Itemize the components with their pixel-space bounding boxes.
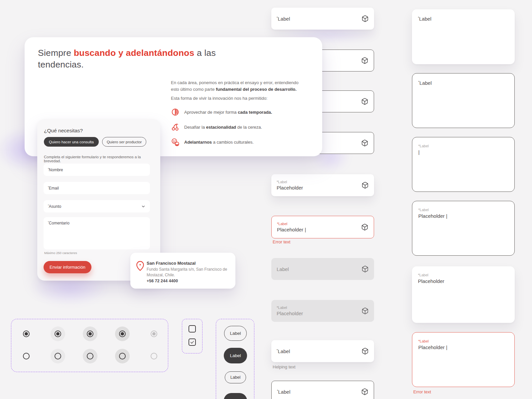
radio-wrap-disabled <box>147 327 161 341</box>
radio-wrap-hover <box>51 349 65 363</box>
chip-filled-clipped[interactable]: Label <box>224 393 247 399</box>
radio-selected-pressed[interactable] <box>119 331 126 337</box>
name-field-label: *Nombre <box>48 167 63 172</box>
subject-select-label: *Asunto <box>48 204 61 209</box>
hero-paragraph: En cada área, ponemos en práctica el ens… <box>171 79 304 93</box>
input-state-default[interactable]: *Label <box>271 8 374 30</box>
radio-wrap-focus <box>83 349 97 363</box>
chip-productor[interactable]: Quiero ser productor <box>102 137 146 147</box>
input-state-error[interactable]: *Label Placeholder | <box>271 216 374 238</box>
textarea-small-label: *Label <box>418 273 509 277</box>
email-field[interactable]: *Email <box>44 182 150 194</box>
textarea-small-label: *Label <box>418 208 508 212</box>
input-state-disabled-filled: *Label Placeholder <box>271 300 374 322</box>
input-label-text: Label <box>278 348 290 354</box>
input-label: *Label <box>277 348 290 354</box>
radio-wrap-hover <box>51 327 65 341</box>
textarea-label-text: Label <box>420 339 429 343</box>
textarea-state-filled[interactable]: *Label Placeholder <box>412 266 515 323</box>
input-small-label: *Label <box>277 180 303 184</box>
radio-selected-hover[interactable] <box>55 331 61 337</box>
radio-unselected-pressed[interactable] <box>119 353 126 359</box>
radio-unselected-default[interactable] <box>23 353 30 359</box>
field-label-text: Email <box>49 186 59 191</box>
location-address-line2: Mostazal, Chile. <box>147 273 175 277</box>
box-icon <box>361 307 369 315</box>
name-field[interactable]: *Nombre <box>44 164 150 176</box>
checkbox-checked[interactable] <box>189 338 196 346</box>
input-state-disabled: Label <box>271 258 374 280</box>
field-label-text: Asunto <box>49 204 61 209</box>
input-state-filled[interactable]: *Label Placeholder <box>271 174 374 196</box>
input-label-text: Label <box>277 266 289 272</box>
radio-wrap <box>19 327 34 341</box>
map-pin-icon <box>136 261 145 271</box>
box-icon <box>361 139 368 147</box>
hero-bullet-seasonality: Desafiar la estacionalidad de la cereza. <box>171 122 262 132</box>
input-value: Placeholder | <box>277 227 306 232</box>
radio-wrap <box>19 349 34 363</box>
design-system-canvas: *Label *Label *Label *Label *Label Place… <box>0 0 532 399</box>
input-state-outlined-bottom[interactable]: *Label <box>271 381 374 399</box>
textarea-state-outlined[interactable]: *Label <box>412 73 515 128</box>
textarea-state-error[interactable]: *Label Placeholder | <box>412 332 515 387</box>
radio-selected-disabled <box>151 331 157 337</box>
email-field-label: *Email <box>48 186 59 191</box>
subject-select[interactable]: *Asunto <box>44 200 150 212</box>
bullet-text: Adelantarnos a cambios culturales. <box>184 140 254 145</box>
form-chip-row: Quiero hacer una consulta Quiero ser pro… <box>44 137 146 147</box>
textarea-small-label-error: *Label <box>418 339 508 343</box>
textarea-error-text: Error text <box>413 389 431 394</box>
chip-outlined-default[interactable]: Label <box>224 326 247 341</box>
chevron-down-icon <box>141 204 146 209</box>
hero-intro-line: Esta forma de vivir la innovación nos ha… <box>171 96 304 101</box>
comment-textarea[interactable]: *Comentario <box>44 217 150 249</box>
input-value: Placeholder <box>277 311 303 316</box>
location-card: San Francisco Mostazal Fundo Santa Marga… <box>130 253 235 289</box>
input-small-label-error: *Label <box>277 222 306 226</box>
chip-consulta-selected[interactable]: Quiero hacer una consulta <box>44 137 99 147</box>
form-helper-text: Completa el siguiente formulario y te re… <box>44 155 154 163</box>
smiley-faces-icon <box>171 138 180 146</box>
cherries-icon <box>171 123 180 131</box>
box-icon <box>361 223 368 231</box>
radio-wrap-disabled <box>147 349 161 363</box>
textarea-state-default[interactable]: *Label <box>412 9 515 64</box>
input-label-text: Label <box>278 389 291 395</box>
input-state-helping[interactable]: *Label <box>271 340 374 362</box>
textarea-value: Placeholder | <box>418 344 508 350</box>
textarea-value: Placeholder | <box>418 213 508 219</box>
form-question: ¿Qué necesitas? <box>44 128 83 134</box>
textarea-label-text: Label <box>420 144 429 148</box>
hero-title-pre: Siempre <box>38 48 74 58</box>
radio-wrap-focus <box>83 327 97 341</box>
radio-selected-default[interactable] <box>23 331 30 337</box>
location-phone: +56 72 244 4400 <box>147 279 230 283</box>
bullet-text: Desafiar la estacionalidad de la cereza. <box>184 125 262 130</box>
radio-selected-focus[interactable] <box>87 331 93 337</box>
box-icon <box>361 265 369 273</box>
bullet-post: de la cereza. <box>236 125 262 130</box>
bullet-post: a cambios culturales. <box>212 140 254 145</box>
chip-states-zone: Label Label Label Label <box>216 319 254 399</box>
location-address: Fundo Santa Margarita s/n, San Francisco… <box>147 267 230 278</box>
radio-unselected-focus[interactable] <box>87 353 93 359</box>
radio-unselected-hover[interactable] <box>55 353 61 359</box>
input-error-text: Error text <box>273 239 290 244</box>
input-label-text: Label <box>278 16 290 22</box>
chip-outlined-small[interactable]: Label <box>225 371 246 383</box>
location-title: San Francisco Mostazal <box>147 261 230 266</box>
submit-button[interactable]: Enviar información <box>44 261 91 273</box>
checkbox-unchecked[interactable] <box>189 325 196 332</box>
box-icon <box>361 98 368 105</box>
textarea-label-text: Label <box>419 273 428 277</box>
bullet-pre: Aprovechar de mejor forma <box>184 110 238 115</box>
textarea-state-focused[interactable]: *Label | <box>412 137 515 192</box>
bullet-text: Aprovechar de mejor forma cada temporada… <box>184 110 272 115</box>
chip-filled-selected[interactable]: Label <box>224 348 247 363</box>
input-value: Placeholder <box>277 185 303 191</box>
textarea-label: *Label <box>418 16 431 22</box>
textarea-state-typing[interactable]: *Label Placeholder | <box>412 201 515 256</box>
bullet-pre: Desafiar la <box>184 125 206 130</box>
field-label-text: Comentario <box>49 221 69 225</box>
